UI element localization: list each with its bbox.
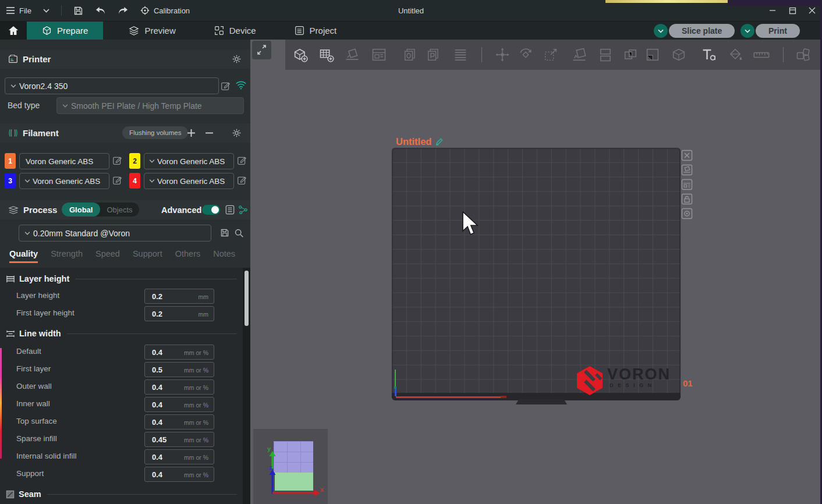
add-plate-icon <box>318 47 335 63</box>
auto-orient-button[interactable] <box>342 45 363 65</box>
tab-notes[interactable]: Notes <box>213 249 235 263</box>
move-button[interactable] <box>492 45 513 65</box>
rotate-button[interactable] <box>515 45 536 65</box>
filament-3-color-chip[interactable]: 3 <box>5 173 16 189</box>
tab-project[interactable]: Project <box>279 22 352 40</box>
edit-icon[interactable] <box>221 81 231 91</box>
orient-plate-icon[interactable] <box>681 164 693 176</box>
advanced-toggle[interactable] <box>202 205 220 215</box>
redo-button[interactable] <box>112 0 134 21</box>
compare-presets-icon[interactable] <box>238 205 248 215</box>
mesh-boolean-button[interactable] <box>668 45 689 65</box>
line-width-inner-wall-input[interactable]: 0.4 mm or % <box>144 397 214 412</box>
plate-settings-icon[interactable] <box>681 208 693 219</box>
edit-icon[interactable] <box>237 175 247 185</box>
flushing-volumes-button[interactable]: Flushing volumes <box>122 126 188 139</box>
line-width-top-surface-input[interactable]: 0.4 mm or % <box>144 414 214 430</box>
edit-icon[interactable] <box>237 155 247 165</box>
param-label: Top surface <box>16 417 57 425</box>
edit-icon[interactable] <box>112 155 122 165</box>
add-cube-icon <box>292 47 309 63</box>
tab-prepare[interactable]: Prepare <box>27 22 103 40</box>
wifi-icon[interactable] <box>235 80 247 90</box>
pencil-icon[interactable] <box>435 137 444 146</box>
undo-button[interactable] <box>89 0 112 21</box>
edit-icon[interactable] <box>112 175 122 185</box>
filament-2-select[interactable]: Voron Generic ABS <box>144 153 234 169</box>
line-width-first-layer-input[interactable]: 0.5 mm or % <box>144 362 214 377</box>
save-button[interactable] <box>68 0 89 21</box>
slice-plate-button[interactable]: Slice plate <box>669 24 735 38</box>
add-object-button[interactable] <box>290 45 311 65</box>
add-plate-button[interactable] <box>316 45 337 65</box>
plus-icon[interactable] <box>187 129 196 137</box>
filament-1-color-chip[interactable]: 1 <box>5 153 16 169</box>
line-width-default-input[interactable]: 0.4 mm or % <box>144 345 214 360</box>
lay-on-face-button[interactable] <box>569 45 590 65</box>
tab-preview[interactable]: Preview <box>114 22 190 40</box>
layer-height-input[interactable]: 0.2 mm <box>144 289 214 304</box>
plate-name[interactable]: Untitled <box>396 136 444 147</box>
viewport-3d[interactable]: Untitled VORON DESIGN 01 <box>250 40 822 504</box>
lock-plate-icon[interactable] <box>681 193 693 205</box>
line-width-outer-wall-input[interactable]: 0.4 mm or % <box>144 379 214 395</box>
line-width-support-input[interactable]: 0.4 mm or % <box>144 467 214 482</box>
tab-others[interactable]: Others <box>175 249 201 263</box>
home-button[interactable] <box>0 22 27 40</box>
calibration-button[interactable]: Calibration <box>134 0 196 21</box>
layers-list-button[interactable] <box>450 45 471 65</box>
first-layer-height-input[interactable]: 0.2 mm <box>144 306 214 321</box>
sidebar-scrollbar[interactable] <box>243 268 250 504</box>
text-tool-button[interactable] <box>699 45 720 65</box>
copy-button[interactable] <box>400 45 421 65</box>
tab-support[interactable]: Support <box>133 249 162 263</box>
line-width-internal-solid-infill-input[interactable]: 0.4 mm or % <box>144 449 214 464</box>
filament-4-select[interactable]: Voron Generic ABS <box>144 173 234 189</box>
process-preset-select[interactable]: 0.20mm Standard @Voron <box>19 225 211 242</box>
minus-icon[interactable] <box>205 129 214 137</box>
screen-edge-artifact-top <box>605 0 729 3</box>
filament-1-select[interactable]: Voron Generic ABS <box>19 153 109 169</box>
delete-plate-icon[interactable] <box>681 150 693 161</box>
scope-objects-button[interactable]: Objects <box>100 205 139 214</box>
print-button[interactable]: Print <box>756 24 800 38</box>
tab-speed[interactable]: Speed <box>95 249 120 263</box>
split-to-parts-button[interactable] <box>620 45 641 65</box>
build-plate[interactable] <box>391 147 681 400</box>
search-icon[interactable] <box>234 228 244 238</box>
sidebar-collapse-button[interactable] <box>252 41 271 59</box>
save-preset-icon[interactable] <box>220 228 229 237</box>
advanced-label: Advanced <box>161 205 201 215</box>
color-painting-button[interactable] <box>725 45 746 65</box>
split-to-objects-button[interactable] <box>595 45 616 65</box>
assembly-view-button[interactable] <box>793 45 814 65</box>
arrange-plate-icon[interactable] <box>681 179 693 190</box>
arrange-button[interactable] <box>369 45 389 65</box>
printer-preset-select[interactable]: Voron2.4 350 <box>5 77 219 94</box>
slice-options-button[interactable] <box>654 24 668 38</box>
filament-3-select[interactable]: Voron Generic ABS <box>19 173 109 189</box>
redo-icon <box>118 6 129 15</box>
gear-icon[interactable] <box>232 54 242 64</box>
filament-2-color-chip[interactable]: 2 <box>129 153 140 169</box>
list-icon[interactable] <box>225 205 235 215</box>
scope-global-button[interactable]: Global <box>62 203 100 216</box>
tab-device[interactable]: Device <box>199 22 271 40</box>
line-width-sparse-infill-input[interactable]: 0.45 mm or % <box>144 432 214 447</box>
variable-layer-height-button[interactable] <box>642 45 663 65</box>
tab-quality[interactable]: Quality <box>9 249 38 263</box>
paste-button[interactable] <box>423 45 444 65</box>
menu-expand-button[interactable] <box>37 0 55 21</box>
scale-button[interactable] <box>540 45 561 65</box>
filament-4-color-chip[interactable]: 4 <box>129 173 140 189</box>
tab-strength[interactable]: Strength <box>51 249 83 263</box>
print-options-button[interactable] <box>740 24 754 38</box>
bed-type-select[interactable]: Smooth PEI Plate / High Temp Plate <box>56 97 244 114</box>
param-value: 0.2 <box>152 310 162 318</box>
scrollbar-thumb[interactable] <box>245 271 249 326</box>
rotate-icon <box>518 47 534 63</box>
gear-icon[interactable] <box>232 128 242 138</box>
file-menu[interactable]: File <box>0 0 37 21</box>
measure-button[interactable] <box>751 45 772 65</box>
plate-thumbnail[interactable]: y z x <box>253 429 328 504</box>
